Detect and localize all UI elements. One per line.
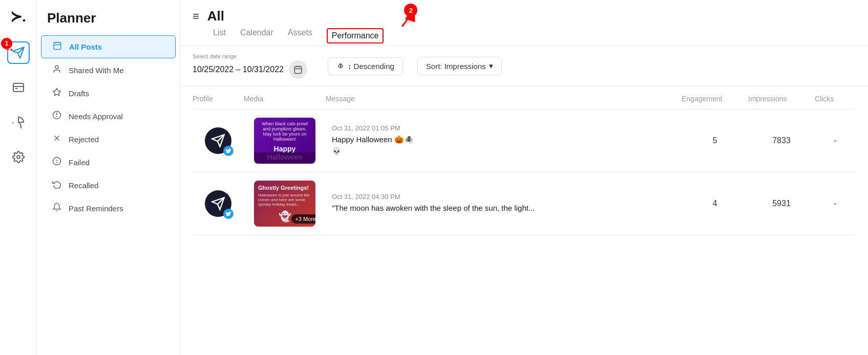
date-label: Select date range — [193, 53, 307, 59]
sort-order-label: ↕ Descending — [348, 62, 394, 71]
annotation-arrow-2: 2 — [387, 4, 417, 29]
icon-bar: ≻. → 1 — [0, 0, 37, 355]
message-cell: Oct 31, 2022 04:30 PM "The moon has awok… — [326, 193, 682, 214]
impressions-cell: 7833 — [748, 136, 815, 145]
tab-calendar[interactable]: Calendar — [240, 28, 273, 46]
message-text: "The moon has awoken with the sleep of t… — [332, 203, 675, 214]
tab-list[interactable]: List — [213, 28, 226, 46]
media-cell: When black cats prowl and pumpkins gleam… — [244, 118, 326, 164]
page-title: All — [207, 8, 224, 24]
media-cell: Ghostly Greetings! Halloween is just aro… — [244, 181, 326, 227]
message-timestamp: Oct 31, 2022 01:05 PM — [332, 124, 675, 132]
sidebar: Planner All Posts Shared With Me — [37, 0, 180, 355]
tab-performance[interactable]: Performance 2 — [327, 28, 384, 43]
shared-icon — [51, 64, 62, 76]
sidebar-item-needs-approval[interactable]: Needs Approval — [41, 105, 176, 127]
svg-rect-2 — [13, 83, 24, 92]
profile-cell — [193, 127, 244, 154]
tab-bar: List Calendar Assets Performance — [213, 28, 856, 46]
rejected-icon — [51, 134, 62, 145]
sidebar-title: Planner — [37, 10, 180, 34]
sidebar-item-label: Needs Approval — [69, 112, 123, 121]
main-header: ≡ All List Calendar Assets Performance — [180, 0, 868, 46]
twitter-badge — [223, 209, 234, 219]
profile-cell — [193, 190, 244, 217]
sidebar-item-recalled[interactable]: Recalled — [41, 174, 176, 196]
avatar — [205, 190, 231, 217]
clicks-cell: - — [815, 199, 856, 208]
svg-marker-9 — [53, 88, 61, 96]
analytics-nav-icon[interactable] — [7, 111, 30, 134]
drafts-icon — [51, 87, 62, 99]
clicks-cell: - — [815, 136, 856, 145]
main-content: ≡ All List Calendar Assets Performance — [180, 0, 868, 355]
sidebar-item-label: All Posts — [69, 42, 102, 51]
table-header: Profile Media Message Engagement Impress… — [193, 88, 856, 109]
ghost-emoji: 👻 — [279, 210, 291, 223]
table-row: Ghostly Greetings! Halloween is just aro… — [193, 172, 856, 235]
svg-point-3 — [17, 156, 20, 159]
message-cell: Oct 31, 2022 01:05 PM Happy Halloween 🎃🕷… — [326, 124, 682, 157]
table-container: Profile Media Message Engagement Impress… — [180, 86, 868, 355]
sidebar-item-label: Failed — [69, 158, 90, 167]
more-badge: +3 More — [291, 214, 315, 224]
sort-field-button[interactable]: Sort: Impressions ▾ — [417, 57, 502, 75]
table-row: When black cats prowl and pumpkins gleam… — [193, 109, 856, 172]
chevron-down-icon: ▾ — [489, 61, 493, 71]
sidebar-item-drafts[interactable]: Drafts — [41, 82, 176, 104]
hamburger-menu[interactable]: ≡ — [193, 10, 199, 23]
engagement-cell: 4 — [682, 199, 748, 208]
sidebar-item-label: Rejected — [69, 135, 99, 144]
message-timestamp: Oct 31, 2022 04:30 PM — [332, 193, 675, 201]
avatar — [205, 127, 231, 154]
inbox-nav-icon[interactable] — [7, 76, 30, 99]
settings-nav-icon[interactable] — [7, 146, 30, 168]
engagement-cell: 5 — [682, 136, 748, 145]
tab-assets[interactable]: Assets — [288, 28, 312, 46]
sort-field-label: Sort: Impressions — [426, 62, 486, 71]
media-thumbnail: Ghostly Greetings! Halloween is just aro… — [254, 181, 315, 227]
media-subtitle-2: Halloween is just around the corner and … — [258, 193, 311, 207]
sidebar-item-past-reminders[interactable]: Past Reminders — [41, 197, 176, 219]
sidebar-item-failed[interactable]: Failed — [41, 151, 176, 173]
approval-icon — [51, 110, 62, 122]
sidebar-item-rejected[interactable]: Rejected — [41, 128, 176, 150]
sidebar-item-label: Recalled — [69, 181, 98, 190]
calendar-picker-button[interactable] — [289, 60, 307, 79]
col-media: Media — [244, 95, 326, 103]
svg-rect-19 — [294, 66, 302, 74]
app-logo: ≻. — [10, 8, 26, 25]
sidebar-item-all-posts[interactable]: All Posts — [41, 35, 176, 58]
date-section: Select date range 10/25/2022 – 10/31/202… — [193, 53, 307, 79]
svg-rect-4 — [54, 42, 61, 50]
col-clicks: Clicks — [815, 95, 856, 103]
twitter-badge — [223, 146, 234, 156]
col-engagement: Engagement — [682, 95, 748, 103]
col-profile: Profile — [193, 95, 244, 103]
header-top: ≡ All — [193, 8, 856, 24]
sidebar-item-label: Drafts — [69, 89, 89, 98]
media-title-2: Ghostly Greetings! — [258, 185, 309, 191]
sort-order-button[interactable]: ↕ Descending — [328, 57, 403, 75]
reminders-icon — [51, 203, 62, 214]
media-quote: When black cats prowl and pumpkins gleam… — [258, 120, 311, 143]
silhouette-bar — [254, 152, 315, 164]
sidebar-item-label: Past Reminders — [69, 204, 123, 213]
date-range-text: 10/25/2022 – 10/31/2022 — [193, 65, 284, 74]
svg-point-8 — [55, 65, 58, 69]
badge-annotation-1: 1 — [1, 38, 12, 49]
date-range-row: 10/25/2022 – 10/31/2022 — [193, 60, 307, 79]
col-impressions: Impressions — [748, 95, 815, 103]
failed-icon — [51, 157, 62, 168]
filters-bar: Select date range 10/25/2022 – 10/31/202… — [180, 46, 868, 86]
message-text: Happy Halloween 🎃🕷️💀 — [332, 134, 675, 157]
sidebar-item-label: Shared With Me — [69, 66, 124, 75]
col-message: Message — [326, 95, 682, 103]
recalled-icon — [51, 180, 62, 191]
calendar-icon — [52, 41, 63, 53]
sidebar-item-shared-with-me[interactable]: Shared With Me — [41, 59, 176, 81]
impressions-cell: 5931 — [748, 199, 815, 208]
media-thumbnail: When black cats prowl and pumpkins gleam… — [254, 118, 315, 164]
